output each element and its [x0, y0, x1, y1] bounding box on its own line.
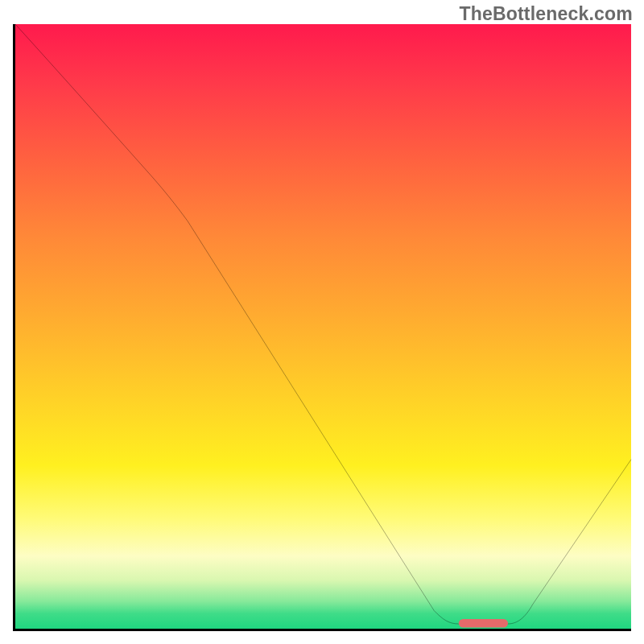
optimal-range-marker [459, 619, 508, 628]
plot-area [13, 24, 631, 631]
chart-container: TheBottleneck.com [0, 0, 644, 644]
curve-svg [15, 24, 631, 629]
watermark-text: TheBottleneck.com [459, 3, 633, 25]
bottleneck-curve [15, 24, 631, 624]
